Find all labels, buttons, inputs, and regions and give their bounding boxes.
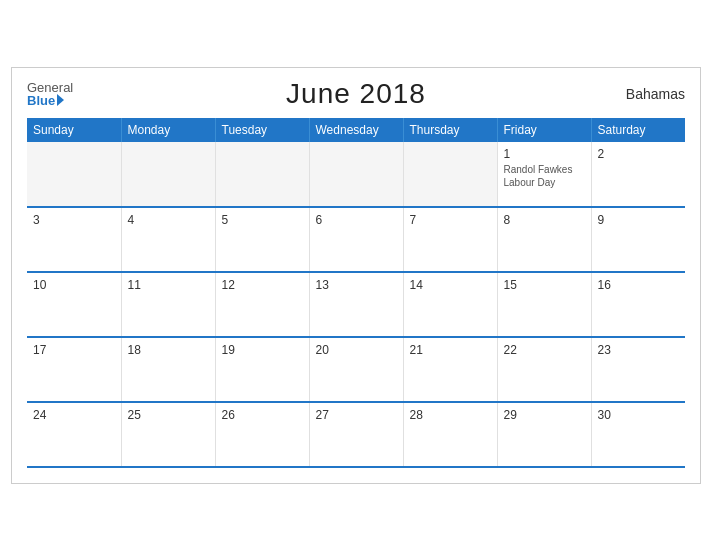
table-row: 9 bbox=[591, 207, 685, 272]
table-row bbox=[403, 142, 497, 207]
day-number: 2 bbox=[598, 147, 680, 161]
day-number: 27 bbox=[316, 408, 397, 422]
day-number: 6 bbox=[316, 213, 397, 227]
calendar-container: General Blue June 2018 Bahamas Sunday Mo… bbox=[11, 67, 701, 484]
event-text: Labour Day bbox=[504, 176, 585, 189]
table-row: 29 bbox=[497, 402, 591, 467]
day-number: 1 bbox=[504, 147, 585, 161]
table-row: 16 bbox=[591, 272, 685, 337]
calendar-title: June 2018 bbox=[286, 78, 426, 110]
day-number: 19 bbox=[222, 343, 303, 357]
table-row: 10 bbox=[27, 272, 121, 337]
day-number: 21 bbox=[410, 343, 491, 357]
day-number: 24 bbox=[33, 408, 115, 422]
table-row: 20 bbox=[309, 337, 403, 402]
logo: General Blue bbox=[27, 81, 73, 107]
day-number: 18 bbox=[128, 343, 209, 357]
calendar-week-row: 17181920212223 bbox=[27, 337, 685, 402]
table-row: 19 bbox=[215, 337, 309, 402]
table-row: 11 bbox=[121, 272, 215, 337]
table-row: 12 bbox=[215, 272, 309, 337]
table-row: 6 bbox=[309, 207, 403, 272]
day-number: 9 bbox=[598, 213, 680, 227]
calendar-table: Sunday Monday Tuesday Wednesday Thursday… bbox=[27, 118, 685, 468]
day-number: 16 bbox=[598, 278, 680, 292]
header-thursday: Thursday bbox=[403, 118, 497, 142]
day-number: 15 bbox=[504, 278, 585, 292]
header-sunday: Sunday bbox=[27, 118, 121, 142]
day-number: 23 bbox=[598, 343, 680, 357]
table-row: 22 bbox=[497, 337, 591, 402]
days-header-row: Sunday Monday Tuesday Wednesday Thursday… bbox=[27, 118, 685, 142]
day-number: 13 bbox=[316, 278, 397, 292]
table-row: 25 bbox=[121, 402, 215, 467]
day-number: 10 bbox=[33, 278, 115, 292]
day-number: 7 bbox=[410, 213, 491, 227]
table-row: 8 bbox=[497, 207, 591, 272]
table-row: 3 bbox=[27, 207, 121, 272]
header-friday: Friday bbox=[497, 118, 591, 142]
table-row: 4 bbox=[121, 207, 215, 272]
day-number: 25 bbox=[128, 408, 209, 422]
table-row: 21 bbox=[403, 337, 497, 402]
header-saturday: Saturday bbox=[591, 118, 685, 142]
calendar-week-row: 24252627282930 bbox=[27, 402, 685, 467]
day-number: 8 bbox=[504, 213, 585, 227]
header-tuesday: Tuesday bbox=[215, 118, 309, 142]
logo-blue-text: Blue bbox=[27, 94, 73, 107]
table-row: 2 bbox=[591, 142, 685, 207]
table-row bbox=[215, 142, 309, 207]
table-row: 14 bbox=[403, 272, 497, 337]
calendar-header: General Blue June 2018 Bahamas bbox=[27, 78, 685, 110]
day-number: 29 bbox=[504, 408, 585, 422]
country-name: Bahamas bbox=[626, 86, 685, 102]
day-number: 30 bbox=[598, 408, 680, 422]
day-number: 22 bbox=[504, 343, 585, 357]
table-row: 27 bbox=[309, 402, 403, 467]
calendar-week-row: 3456789 bbox=[27, 207, 685, 272]
table-row: 23 bbox=[591, 337, 685, 402]
day-number: 26 bbox=[222, 408, 303, 422]
event-text: Randol Fawkes bbox=[504, 163, 585, 176]
table-row bbox=[27, 142, 121, 207]
header-wednesday: Wednesday bbox=[309, 118, 403, 142]
table-row: 30 bbox=[591, 402, 685, 467]
day-number: 12 bbox=[222, 278, 303, 292]
table-row: 18 bbox=[121, 337, 215, 402]
table-row: 24 bbox=[27, 402, 121, 467]
table-row: 13 bbox=[309, 272, 403, 337]
day-number: 28 bbox=[410, 408, 491, 422]
day-number: 4 bbox=[128, 213, 209, 227]
logo-triangle-icon bbox=[57, 94, 64, 106]
header-monday: Monday bbox=[121, 118, 215, 142]
table-row: 7 bbox=[403, 207, 497, 272]
day-number: 14 bbox=[410, 278, 491, 292]
calendar-week-row: 1Randol FawkesLabour Day2 bbox=[27, 142, 685, 207]
table-row bbox=[309, 142, 403, 207]
table-row: 26 bbox=[215, 402, 309, 467]
table-row bbox=[121, 142, 215, 207]
table-row: 28 bbox=[403, 402, 497, 467]
table-row: 1Randol FawkesLabour Day bbox=[497, 142, 591, 207]
table-row: 15 bbox=[497, 272, 591, 337]
table-row: 17 bbox=[27, 337, 121, 402]
calendar-week-row: 10111213141516 bbox=[27, 272, 685, 337]
day-number: 20 bbox=[316, 343, 397, 357]
day-number: 11 bbox=[128, 278, 209, 292]
day-number: 5 bbox=[222, 213, 303, 227]
day-number: 3 bbox=[33, 213, 115, 227]
day-number: 17 bbox=[33, 343, 115, 357]
table-row: 5 bbox=[215, 207, 309, 272]
